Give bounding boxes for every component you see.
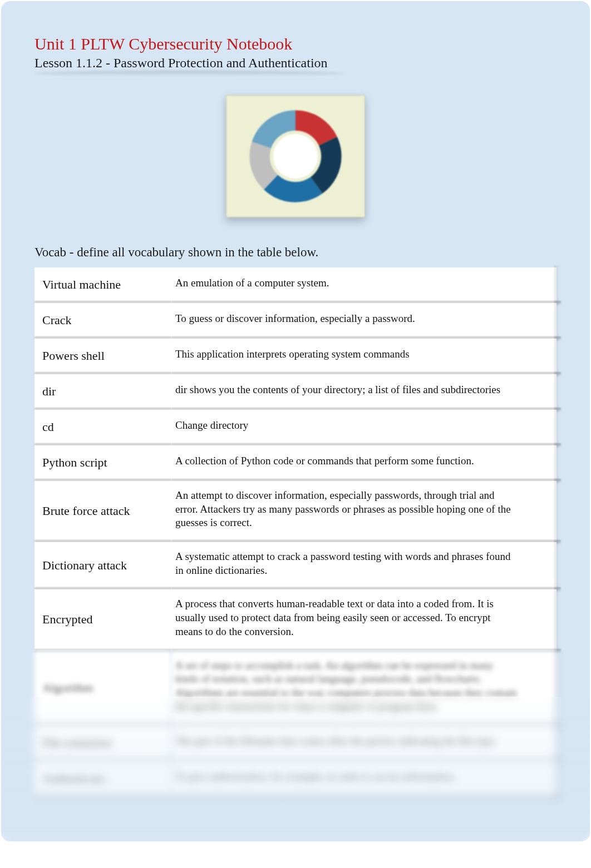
vocab-definition-text: A systematic attempt to crack a password… xyxy=(175,550,511,576)
hero-image-wrap xyxy=(35,95,556,217)
table-row: File extensionThe part of the filename t… xyxy=(35,726,556,761)
vocab-term: Algorithm xyxy=(35,651,171,726)
vocab-definition: To give authorization, for example, in o… xyxy=(171,761,556,797)
vocab-definition-text: An emulation of a computer system. xyxy=(175,277,329,289)
table-row: Brute force attackAn attempt to discover… xyxy=(35,481,556,542)
vocab-definition: A set of steps to accomplish a task. An … xyxy=(171,651,556,726)
vocab-term: Powers shell xyxy=(35,339,171,374)
vocab-definition: A collection of Python code or commands … xyxy=(171,445,556,481)
donut-chart-icon xyxy=(248,109,343,204)
vocab-term-text: Brute force attack xyxy=(42,504,130,518)
vocab-term-text: File extension xyxy=(42,736,111,750)
vocab-definition-text: This application interprets operating sy… xyxy=(175,348,410,360)
vocab-term: Crack xyxy=(35,303,171,339)
table-row: Python scriptA collection of Python code… xyxy=(35,445,556,481)
vocab-term: Dictionary attack xyxy=(35,542,171,589)
vocab-definition: dir shows you the contents of your direc… xyxy=(171,374,556,410)
vocab-definition-text: Change directory xyxy=(175,419,248,431)
vocab-definition-text: A process that converts human-readable t… xyxy=(175,598,494,637)
vocab-definition: The part of the filename that comes afte… xyxy=(171,726,556,761)
vocab-term-text: Crack xyxy=(42,313,72,327)
page-title: Unit 1 PLTW Cybersecurity Notebook xyxy=(35,34,556,53)
vocab-term-text: dir xyxy=(42,384,56,398)
vocab-term-text: Encrypted xyxy=(42,612,92,626)
vocab-term: File extension xyxy=(35,726,171,761)
table-row: AlgorithmA set of steps to accomplish a … xyxy=(35,651,556,726)
vocab-term: Encrypted xyxy=(35,589,171,651)
vocab-table-wrap: Virtual machineAn emulation of a compute… xyxy=(35,267,556,797)
vocab-term-text: Powers shell xyxy=(42,349,105,363)
table-row: AuthenticateTo give authorization, for e… xyxy=(35,761,556,797)
table-row: dirdir shows you the contents of your di… xyxy=(35,374,556,410)
vocab-term-text: cd xyxy=(42,420,54,434)
vocab-definition: This application interprets operating sy… xyxy=(171,339,556,374)
vocab-definition: A process that converts human-readable t… xyxy=(171,589,556,651)
vocab-term-text: Virtual machine xyxy=(42,277,121,291)
table-row: Powers shellThis application interprets … xyxy=(35,339,556,374)
vocab-definition-text: A set of steps to accomplish a task. An … xyxy=(175,659,517,712)
table-row: Virtual machineAn emulation of a compute… xyxy=(35,267,556,303)
table-row: Dictionary attackA systematic attempt to… xyxy=(35,542,556,589)
vocab-term: Brute force attack xyxy=(35,481,171,542)
vocab-definition-text: To give authorization, for example, in o… xyxy=(175,771,456,782)
table-row: cdChange directory xyxy=(35,410,556,445)
vocab-term-text: Authenticate xyxy=(42,771,105,785)
vocab-term: Authenticate xyxy=(35,761,171,797)
vocab-term: Python script xyxy=(35,445,171,481)
vocab-definition-text: The part of the filename that comes afte… xyxy=(175,735,496,747)
vocab-term-text: Python script xyxy=(42,455,107,469)
vocab-term-text: Algorithm xyxy=(42,681,93,695)
vocab-definition: Change directory xyxy=(171,410,556,445)
vocab-table: Virtual machineAn emulation of a compute… xyxy=(35,267,556,797)
vocab-definition: An emulation of a computer system. xyxy=(171,267,556,303)
page-subtitle: Lesson 1.1.2 - Password Protection and A… xyxy=(35,56,328,73)
vocab-heading: Vocab - define all vocabulary shown in t… xyxy=(35,245,556,260)
vocab-term-text: Dictionary attack xyxy=(42,558,127,572)
page-container: Unit 1 PLTW Cybersecurity Notebook Lesso… xyxy=(1,1,590,841)
vocab-definition-text: To guess or discover information, especi… xyxy=(175,313,415,324)
hero-image xyxy=(226,95,365,217)
vocab-term: cd xyxy=(35,410,171,445)
table-row: EncryptedA process that converts human-r… xyxy=(35,589,556,651)
table-row: CrackTo guess or discover information, e… xyxy=(35,303,556,339)
vocab-definition: To guess or discover information, especi… xyxy=(171,303,556,339)
vocab-term: dir xyxy=(35,374,171,410)
vocab-definition-text: dir shows you the contents of your direc… xyxy=(175,384,500,395)
vocab-term: Virtual machine xyxy=(35,267,171,303)
vocab-definition: A systematic attempt to crack a password… xyxy=(171,542,556,589)
vocab-definition-text: An attempt to discover information, espe… xyxy=(175,489,511,528)
vocab-definition-text: A collection of Python code or commands … xyxy=(175,455,474,467)
vocab-definition: An attempt to discover information, espe… xyxy=(171,481,556,542)
